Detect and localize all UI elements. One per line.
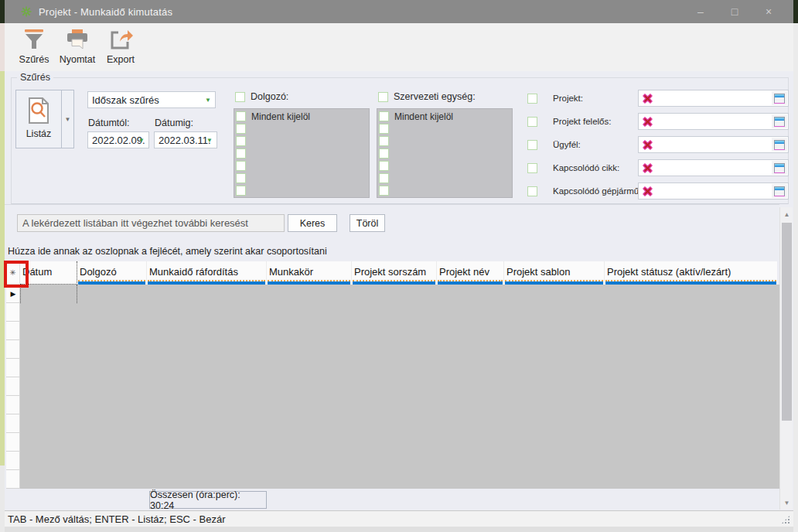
checkbox-icon[interactable] bbox=[527, 140, 537, 150]
filter-groupbox-title: Szűrés bbox=[17, 72, 53, 83]
column-header-munkakor[interactable]: Munkakör bbox=[267, 261, 352, 285]
list-item[interactable] bbox=[379, 185, 512, 196]
clear-search-button[interactable]: Töröl bbox=[350, 214, 385, 232]
window-title: Projekt - Munkaidő kimutatás bbox=[39, 6, 172, 18]
lookup-picker-button[interactable] bbox=[772, 161, 787, 175]
app-logo-icon bbox=[20, 5, 32, 18]
filter-toolbar-button[interactable]: Szűrés bbox=[12, 23, 56, 70]
list-item-select-all[interactable]: Mindent kijelöl bbox=[236, 111, 369, 122]
lookup-row-related-item: Kapcsolódó cikk: bbox=[527, 159, 789, 176]
filter-toolbar-label: Szűrés bbox=[19, 54, 49, 65]
checkbox-icon[interactable] bbox=[527, 186, 537, 196]
window-bottom-edge bbox=[5, 527, 793, 532]
total-hours-box: Összesen (óra:perc): 30:24 bbox=[149, 491, 267, 509]
list-item[interactable] bbox=[236, 135, 369, 147]
title-bar[interactable]: Projekt - Munkaidő kimutatás – □ × bbox=[5, 0, 793, 23]
related-item-filter-label: Kapcsolódó cikk: bbox=[553, 163, 638, 172]
date-from-combo[interactable]: 2022.02.09. ▼ bbox=[87, 131, 149, 148]
column-header-datum[interactable]: Dátum bbox=[20, 261, 77, 285]
search-input[interactable] bbox=[17, 214, 285, 232]
list-item-select-all[interactable]: Mindent kijelöl bbox=[379, 111, 512, 122]
project-manager-filter-label: Projekt felelős: bbox=[553, 117, 638, 126]
list-item[interactable] bbox=[236, 185, 369, 196]
project-filter-input[interactable] bbox=[638, 90, 789, 107]
clear-x-icon[interactable] bbox=[642, 139, 653, 151]
scroll-down-button[interactable]: ▼ bbox=[781, 496, 793, 509]
date-to-combo[interactable]: 2022.03.11. ▼ bbox=[154, 131, 217, 148]
customer-filter-input[interactable] bbox=[638, 136, 789, 153]
checkbox-icon bbox=[236, 148, 246, 159]
checkbox-icon[interactable] bbox=[527, 94, 537, 104]
list-item[interactable] bbox=[236, 160, 369, 172]
app-window: Projekt - Munkaidő kimutatás – □ × Szűré… bbox=[5, 0, 793, 532]
clear-x-icon[interactable] bbox=[642, 116, 653, 128]
clear-x-icon[interactable] bbox=[642, 93, 653, 104]
export-toolbar-button[interactable]: Export bbox=[99, 23, 142, 70]
clear-x-icon[interactable] bbox=[642, 186, 653, 197]
filter-funnel-icon bbox=[21, 28, 47, 51]
column-header-projekt-statusz[interactable]: Projekt státusz (aktív/lezárt) bbox=[605, 261, 777, 285]
vertical-scrollbar[interactable]: ▲ ▼ bbox=[779, 207, 793, 510]
lookup-picker-button[interactable] bbox=[772, 91, 787, 105]
customer-filter-label: Ügyfél: bbox=[553, 140, 638, 149]
export-toolbar-label: Export bbox=[107, 54, 135, 65]
lookup-window-icon bbox=[774, 117, 785, 127]
org-unit-filter-checkbox[interactable]: Szervezeti egység: bbox=[378, 91, 476, 102]
related-item-filter-input[interactable] bbox=[638, 159, 789, 176]
list-item[interactable] bbox=[379, 172, 512, 184]
close-button[interactable]: × bbox=[752, 0, 786, 23]
lookup-window-icon bbox=[774, 163, 785, 173]
project-filter-label: Projekt: bbox=[553, 94, 638, 103]
maximize-button[interactable]: □ bbox=[718, 0, 752, 23]
grid-body[interactable] bbox=[20, 285, 779, 489]
scroll-up-button[interactable]: ▲ bbox=[781, 208, 793, 220]
grid-footer: Összesen (óra:perc): 30:24 bbox=[5, 489, 779, 510]
scrollbar-thumb[interactable] bbox=[782, 223, 792, 421]
list-button[interactable]: Listáz bbox=[15, 90, 62, 148]
list-item[interactable] bbox=[379, 160, 512, 172]
list-item[interactable] bbox=[236, 172, 369, 184]
list-item[interactable] bbox=[379, 123, 512, 135]
org-unit-list[interactable]: Mindent kijelöl bbox=[377, 108, 513, 198]
select-all-label: Mindent kijelöl bbox=[251, 111, 310, 122]
list-item[interactable] bbox=[379, 135, 512, 147]
employee-list[interactable]: Mindent kijelöl bbox=[234, 108, 370, 198]
period-filter-combo[interactable]: Időszak szűrés ▼ bbox=[87, 91, 216, 108]
list-item[interactable] bbox=[379, 148, 512, 159]
list-item[interactable] bbox=[236, 123, 369, 135]
column-header-projekt-nev[interactable]: Projekt név bbox=[437, 261, 504, 285]
checkbox-icon bbox=[379, 124, 389, 134]
lookup-picker-button[interactable] bbox=[772, 138, 787, 152]
screen: Projekt - Munkaidő kimutatás – □ × Szűré… bbox=[0, 0, 798, 532]
status-bar-text: TAB - Mező váltás; ENTER - Listáz; ESC -… bbox=[8, 513, 226, 525]
list-button-dropdown[interactable]: ▼ bbox=[62, 90, 74, 148]
date-to-label: Dátumig: bbox=[155, 118, 193, 128]
clear-x-icon[interactable] bbox=[642, 162, 653, 174]
lookup-picker-button[interactable] bbox=[772, 114, 787, 128]
search-button[interactable]: Keres bbox=[288, 214, 337, 232]
checkbox-icon[interactable] bbox=[527, 117, 537, 127]
checkbox-icon bbox=[379, 173, 389, 183]
column-header-dolgozo[interactable]: Dolgozó bbox=[77, 261, 147, 285]
chevron-down-icon: ▼ bbox=[784, 500, 790, 506]
column-header-munkaido[interactable]: Munkaidő ráfordítás bbox=[147, 261, 267, 285]
checkbox-icon[interactable] bbox=[527, 163, 537, 173]
date-from-label: Dátumtól: bbox=[88, 118, 130, 128]
employee-filter-checkbox[interactable]: Dolgozó: bbox=[235, 91, 288, 102]
checkbox-icon bbox=[236, 136, 246, 146]
column-header-projekt-sorszam[interactable]: Projekt sorszám bbox=[352, 261, 437, 285]
chevron-down-icon: ▼ bbox=[65, 116, 71, 123]
filter-groupbox: Szűrés Listáz ▼ Időszak szűrés ▼ Dátumtó… bbox=[6, 71, 792, 204]
lookup-row-project-manager: Projekt felelős: bbox=[527, 113, 789, 130]
checkbox-icon bbox=[236, 161, 246, 171]
related-vehicle-filter-input[interactable] bbox=[638, 182, 789, 200]
background-window-edge-right bbox=[793, 0, 798, 532]
print-toolbar-button[interactable]: Nyomtat bbox=[56, 23, 99, 70]
lookup-picker-button[interactable] bbox=[772, 184, 787, 198]
minimize-button[interactable]: – bbox=[684, 0, 718, 23]
list-item[interactable] bbox=[236, 148, 369, 159]
column-header-projekt-sablon[interactable]: Projekt sablon bbox=[504, 261, 605, 285]
project-manager-filter-input[interactable] bbox=[638, 113, 789, 130]
print-toolbar-label: Nyomtat bbox=[60, 54, 96, 65]
list-button-label: Listáz bbox=[26, 128, 52, 139]
